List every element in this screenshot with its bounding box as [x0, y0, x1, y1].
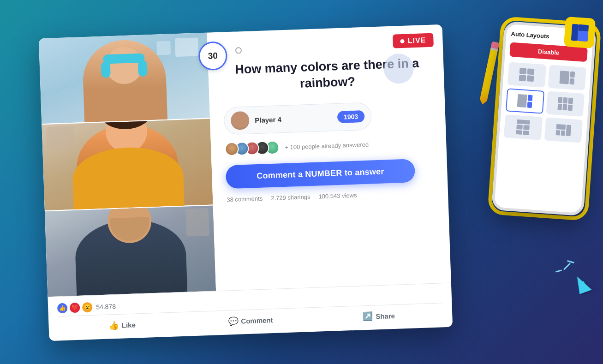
phone-mockup: Auto Layouts ? Disable	[491, 21, 597, 216]
layout-option-4[interactable]	[546, 91, 585, 116]
phone-logo-accent	[564, 17, 596, 48]
comment-label: Comment	[241, 316, 273, 325]
fb-right-content: LIVE 30 How many colors are there in a r…	[207, 24, 451, 291]
avatar-1	[225, 142, 239, 156]
sharings-stat: 2.729 sharings	[271, 193, 310, 202]
indicator-circle	[235, 47, 242, 54]
video-grid	[39, 33, 216, 297]
timer-value: 30	[208, 51, 218, 61]
player-avatar	[231, 111, 250, 130]
layout-option-1[interactable]	[507, 62, 546, 87]
layout-option-3[interactable]	[506, 88, 544, 113]
share-icon: ↗️	[363, 311, 373, 322]
live-label: LIVE	[408, 36, 426, 45]
disable-label: Disable	[537, 48, 559, 56]
share-label: Share	[376, 311, 395, 320]
player-row: Player 4 1903	[223, 102, 372, 135]
answered-row: + 100 people already answered	[225, 135, 435, 156]
video-cell-2	[42, 119, 213, 211]
like-button[interactable]: 👍 Like	[58, 314, 186, 336]
answered-text: + 100 people already answered	[285, 141, 369, 150]
comments-stat: 38 comments	[227, 195, 263, 203]
layout-option-2[interactable]	[548, 65, 586, 90]
like-label: Like	[121, 321, 136, 329]
like-icon: 👍	[108, 320, 119, 331]
video-cell-1	[39, 33, 210, 125]
player-name: Player 4	[255, 113, 332, 124]
like-reaction: 👍	[57, 303, 68, 314]
views-stat: 100.543 views	[318, 192, 357, 200]
share-button[interactable]: ↗️ Share	[314, 305, 443, 327]
video-cell-3	[45, 205, 216, 297]
phone-screen: Auto Layouts ? Disable	[494, 24, 593, 213]
comment-button[interactable]: 💬 Comment	[186, 310, 315, 332]
wow-reaction: 😮	[82, 302, 93, 313]
live-badge: LIVE	[393, 33, 434, 48]
layout-option-6[interactable]	[544, 117, 583, 143]
score-value: 1903	[344, 113, 358, 121]
avatar-stack	[225, 141, 280, 156]
layout-options-grid	[504, 62, 586, 143]
fb-post-card: LIVE 30 How many colors are there in a r…	[39, 24, 453, 341]
stats-row: 38 comments 2.729 sharings 100.543 views	[227, 189, 436, 203]
live-dot	[400, 39, 405, 43]
love-reaction: ❤️	[70, 303, 80, 313]
comment-icon: 💬	[228, 316, 239, 327]
layout-option-5[interactable]	[504, 114, 543, 140]
cta-button[interactable]: Comment a NUMBER to answer	[226, 159, 416, 189]
click-decoration	[576, 275, 589, 292]
player-score: 1903	[337, 110, 365, 123]
reactions-count: 54.878	[96, 303, 116, 310]
